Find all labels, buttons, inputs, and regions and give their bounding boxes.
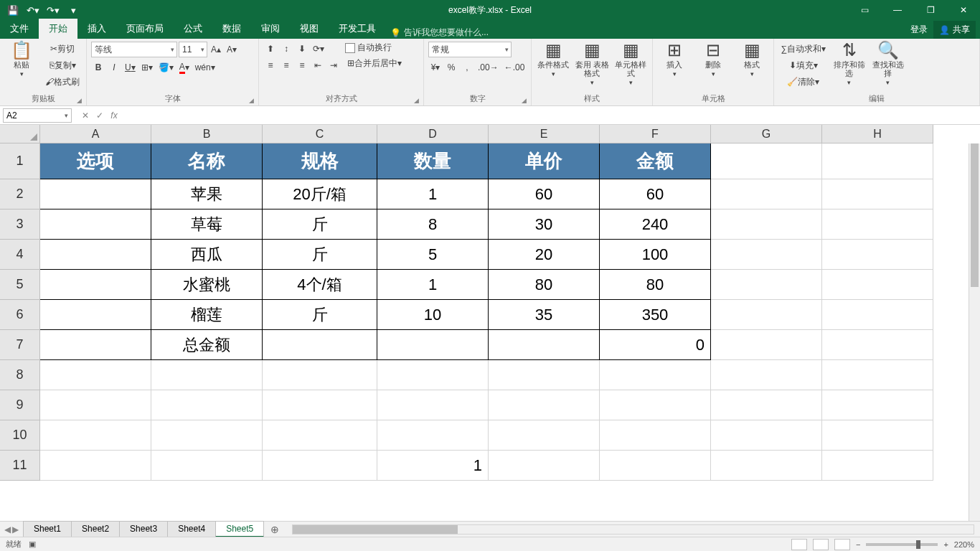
col-head-C[interactable]: C (263, 125, 377, 143)
qat-customize[interactable]: ▾ (65, 2, 82, 18)
tab-layout[interactable]: 页面布局 (116, 19, 174, 39)
cell-A2[interactable] (40, 179, 151, 209)
cell-G2[interactable] (711, 179, 822, 209)
cell-G4[interactable] (711, 240, 822, 270)
share-button[interactable]: 👤 共享 (933, 21, 976, 39)
cell-H4[interactable] (822, 240, 933, 270)
col-head-B[interactable]: B (151, 125, 263, 143)
tab-developer[interactable]: 开发工具 (329, 19, 386, 39)
sheet-tab-Sheet1[interactable]: Sheet1 (23, 521, 72, 537)
row-head-2[interactable]: 2 (0, 179, 40, 209)
fill-color-button[interactable]: 🪣▾ (156, 60, 176, 75)
paste-button[interactable]: 📋粘贴▾ (4, 42, 39, 77)
cell-H6[interactable] (822, 300, 933, 330)
col-head-H[interactable]: H (822, 125, 933, 143)
cell-F7[interactable]: 0 (600, 330, 711, 360)
cell-C2[interactable]: 20斤/箱 (263, 179, 377, 209)
cell-H9[interactable] (822, 390, 933, 420)
align-middle-button[interactable]: ↕ (279, 42, 293, 56)
view-normal-button[interactable] (791, 539, 807, 550)
sheet-nav-prev[interactable]: ◀ (4, 524, 11, 534)
cell-D11[interactable]: 1 (377, 451, 489, 481)
cell-F11[interactable] (600, 451, 711, 481)
tab-insert[interactable]: 插入 (77, 19, 116, 39)
cell-D10[interactable] (377, 420, 489, 451)
cell-H10[interactable] (822, 420, 933, 451)
cell-F10[interactable] (600, 420, 711, 451)
percent-button[interactable]: % (444, 60, 458, 75)
save-button[interactable]: 💾 (4, 2, 22, 18)
tab-review[interactable]: 审阅 (251, 19, 290, 39)
cell-E5[interactable]: 80 (489, 270, 600, 300)
cell-B11[interactable] (151, 451, 263, 481)
cell-C11[interactable] (263, 451, 377, 481)
orientation-button[interactable]: ⟳▾ (311, 42, 326, 56)
bold-button[interactable]: B (91, 60, 105, 75)
close-button[interactable]: ✕ (947, 0, 980, 20)
cell-D5[interactable]: 1 (377, 270, 489, 300)
cell-H2[interactable] (822, 179, 933, 209)
tab-view[interactable]: 视图 (290, 19, 329, 39)
merge-center-button[interactable]: ⊞ 合并后居中 ▾ (345, 56, 404, 70)
fx-icon[interactable]: fx (108, 110, 121, 121)
conditional-format-button[interactable]: ▦条件格式▾ (536, 42, 570, 77)
vertical-scrollbar[interactable] (969, 143, 980, 521)
italic-button[interactable]: I (107, 60, 121, 75)
cell-D6[interactable]: 10 (377, 300, 489, 330)
zoom-level[interactable]: 220% (954, 540, 974, 549)
zoom-out-button[interactable]: − (856, 540, 860, 549)
cell-C1[interactable]: 规格 (263, 143, 377, 179)
cell-A8[interactable] (40, 360, 151, 390)
row-head-4[interactable]: 4 (0, 240, 40, 270)
cell-G11[interactable] (711, 451, 822, 481)
cell-B6[interactable]: 榴莲 (151, 300, 263, 330)
restore-button[interactable]: ❐ (914, 0, 947, 20)
cell-C8[interactable] (263, 360, 377, 390)
cell-D2[interactable]: 1 (377, 179, 489, 209)
cell-C7[interactable] (263, 330, 377, 360)
sheet-nav-next[interactable]: ▶ (12, 524, 19, 534)
clipboard-launcher[interactable]: ◢ (77, 97, 82, 104)
delete-cells-button[interactable]: ⊟删除▾ (696, 42, 730, 77)
minimize-button[interactable]: — (881, 0, 914, 20)
align-bottom-button[interactable]: ⬇ (295, 42, 309, 56)
cell-A9[interactable] (40, 390, 151, 420)
cell-A11[interactable] (40, 451, 151, 481)
cell-D3[interactable]: 8 (377, 209, 489, 240)
cell-G9[interactable] (711, 390, 822, 420)
cell-A3[interactable] (40, 209, 151, 240)
cell-E10[interactable] (489, 420, 600, 451)
cell-B7[interactable]: 总金额 (151, 330, 263, 360)
cell-E7[interactable] (489, 330, 600, 360)
row-head-9[interactable]: 9 (0, 390, 40, 420)
tab-formula[interactable]: 公式 (174, 19, 212, 39)
cell-B9[interactable] (151, 390, 263, 420)
cell-B1[interactable]: 名称 (151, 143, 263, 179)
row-head-10[interactable]: 10 (0, 420, 40, 451)
cell-E3[interactable]: 30 (489, 209, 600, 240)
cell-B4[interactable]: 西瓜 (151, 240, 263, 270)
cell-D4[interactable]: 5 (377, 240, 489, 270)
font-name-combo[interactable]: 等线 (91, 42, 177, 57)
cell-G7[interactable] (711, 330, 822, 360)
tab-home[interactable]: 开始 (39, 19, 77, 39)
cell-H11[interactable] (822, 451, 933, 481)
col-head-A[interactable]: A (40, 125, 151, 143)
cell-A6[interactable] (40, 300, 151, 330)
wrap-text-button[interactable]: 自动换行 (345, 42, 404, 54)
autosum-button[interactable]: ∑ 自动求和 ▾ (778, 42, 828, 56)
sheet-tab-Sheet5[interactable]: Sheet5 (215, 521, 264, 537)
format-painter-button[interactable]: 🖌 格式刷 (43, 75, 82, 89)
cancel-formula-icon[interactable]: ✕ (79, 110, 92, 121)
view-layout-button[interactable] (813, 539, 829, 550)
select-all-corner[interactable] (0, 125, 40, 143)
login-button[interactable]: 登录 (910, 24, 928, 36)
col-head-F[interactable]: F (600, 125, 711, 143)
row-head-6[interactable]: 6 (0, 300, 40, 330)
enter-formula-icon[interactable]: ✓ (93, 110, 106, 121)
cell-A4[interactable] (40, 240, 151, 270)
cell-F6[interactable]: 350 (600, 300, 711, 330)
increase-decimal-button[interactable]: .00→ (476, 60, 501, 75)
cell-B3[interactable]: 草莓 (151, 209, 263, 240)
row-head-7[interactable]: 7 (0, 330, 40, 360)
